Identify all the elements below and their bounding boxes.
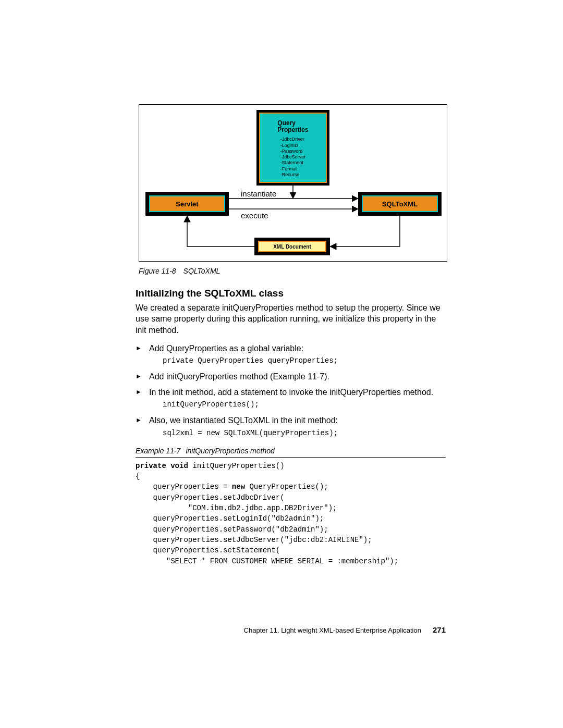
page-footer: Chapter 11. Light weight XML-based Enter… (244, 625, 446, 634)
instantiate-label: instantiate (241, 189, 276, 198)
code-text: QueryProperties(); (245, 483, 328, 491)
diagram: Query Properties -JdbcDriver -LoginID -P… (139, 104, 447, 262)
section-heading: Initializing the SQLToXML class (136, 288, 446, 299)
example-rule (136, 457, 446, 458)
figure-caption-num: Figure 11-8 (139, 267, 176, 275)
figure-caption: Figure 11-8SQLToXML (139, 267, 446, 275)
code-kw: private void (136, 462, 188, 470)
figure-wrap: Query Properties -JdbcDriver -LoginID -P… (139, 104, 446, 275)
code-text: initQueryProperties() (188, 462, 285, 470)
code-text: "SELECT * FROM CUSTOMER WHERE SERIAL = :… (136, 557, 398, 565)
sqltoxml-label: SQLToXML (362, 195, 438, 212)
list-item: Also, we instantiated SQLToXML in the in… (136, 415, 446, 438)
example-caption-num: Example 11-7 (136, 447, 180, 455)
bullet-text: Add QueryProperties as a global variable… (149, 344, 303, 353)
code-text: { (136, 472, 140, 480)
bullet-list: Add QueryProperties as a global variable… (136, 343, 446, 438)
code-text: queryProperties = (136, 483, 232, 491)
query-properties-box: Query Properties -JdbcDriver -LoginID -P… (256, 110, 329, 186)
code-kw: new (232, 483, 245, 491)
execute-label: execute (241, 211, 268, 220)
bullet-text: In the init method, add a statement to i… (149, 388, 433, 397)
inline-code: initQueryProperties(); (163, 400, 446, 410)
bullet-text: Add initQueryProperties method (Example … (149, 372, 329, 381)
inline-code: private QueryProperties queryProperties; (163, 356, 446, 366)
example-caption: Example 11-7initQueryProperties method (136, 447, 446, 455)
list-item: Add initQueryProperties method (Example … (136, 371, 446, 382)
query-properties-title: Query Properties (277, 120, 308, 133)
intro-paragraph: We created a separate initQueryPropertie… (136, 302, 446, 336)
page: Query Properties -JdbcDriver -LoginID -P… (0, 0, 563, 728)
query-properties-list: -JdbcDriver -LoginID -Password -JdbcServ… (280, 137, 306, 178)
qp-title-l2: Properties (277, 126, 308, 133)
bullet-text: Also, we instantiated SQLToXML in the in… (149, 416, 338, 425)
code-text: queryProperties.setPassword("db2admin"); (136, 525, 328, 534)
sqltoxml-box: SQLToXML (358, 192, 442, 216)
servlet-box: Servlet (145, 192, 229, 216)
footer-chapter: Chapter 11. Light weight XML-based Enter… (244, 626, 421, 634)
servlet-label: Servlet (149, 195, 225, 212)
query-properties-inner: Query Properties -JdbcDriver -LoginID -P… (259, 113, 327, 183)
inline-code: sql2xml = new SQLToXML(queryProperties); (163, 428, 446, 438)
qp-title-l1: Query (277, 119, 296, 127)
example-caption-text: initQueryProperties method (186, 447, 274, 455)
figure-caption-text: SQLToXML (183, 267, 221, 275)
xml-document-box: XML Document (254, 238, 330, 255)
code-text: queryProperties.setJdbcDriver( (136, 493, 285, 502)
code-text: queryProperties.setStatement( (136, 546, 280, 554)
xml-document-label: XML Document (258, 241, 326, 252)
code-text: queryProperties.setLoginId("db2admin"); (136, 514, 324, 523)
list-item: In the init method, add a statement to i… (136, 387, 446, 410)
code-block: private void initQueryProperties() { que… (136, 461, 446, 566)
code-text: queryProperties.setJdbcServer("jdbc:db2:… (136, 536, 372, 544)
code-text: "COM.ibm.db2.jdbc.app.DB2Driver"); (136, 504, 337, 512)
list-item: Add QueryProperties as a global variable… (136, 343, 446, 366)
footer-page-number: 271 (433, 625, 446, 634)
